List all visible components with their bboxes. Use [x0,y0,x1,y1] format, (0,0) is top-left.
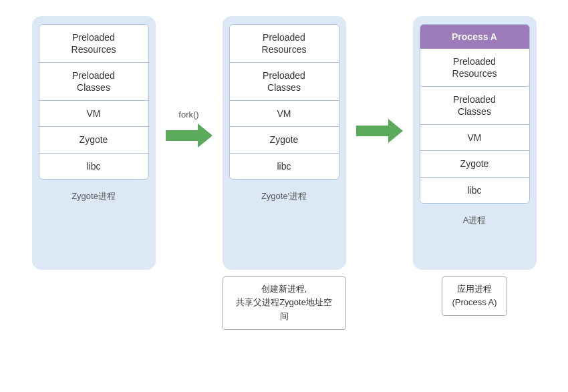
zygote-preloaded-resources: PreloadedResources [39,25,148,63]
process-a-preloaded-classes: PreloadedClasses [420,87,529,125]
zygote-vm: VM [39,101,148,127]
zygote-fork-vm: VM [230,101,339,127]
zygote-fork-label: Zygote'进程 [261,190,307,202]
zygote-fork-preloaded-classes: PreloadedClasses [230,63,339,101]
zygote-process-box: PreloadedResources PreloadedClasses VM Z… [32,16,156,270]
process-a-preloaded-resources: PreloadedResources [420,49,529,87]
zygote-label: Zygote进程 [72,190,116,202]
note-app-box: 应用进程(Process A) [442,276,507,317]
top-row: PreloadedResources PreloadedClasses VM Z… [7,16,561,270]
process-a-header: Process A [420,25,529,49]
zygote-fork-process-box: PreloadedResources PreloadedClasses VM Z… [223,16,346,270]
process-a-stack: Process A PreloadedResources PreloadedCl… [420,24,530,204]
zygote-fork-preloaded-resources: PreloadedResources [230,25,339,63]
zygote-fork-libc: libc [230,154,339,179]
zygote-zygote: Zygote [39,127,148,153]
process-a-label: A进程 [463,214,486,226]
note-create-text: 创建新进程,共享父进程Zygote地址空间 [236,284,332,322]
fork-arrow [166,122,212,149]
process-a-box: Process A PreloadedResources PreloadedCl… [413,16,537,270]
fork-arrow-container: fork() [156,110,223,176]
fork-label: fork() [178,110,198,120]
zygote-fork-stack: PreloadedResources PreloadedClasses VM Z… [229,24,339,180]
note-create-area: 创建新进程,共享父进程Zygote地址空间 [223,276,346,330]
zygote-fork-zygote: Zygote [230,127,339,153]
diagram-container: PreloadedResources PreloadedClasses VM Z… [7,9,561,383]
bottom-row: 创建新进程,共享父进程Zygote地址空间 应用进程(Process A) [7,276,561,330]
process-a-zygote: Zygote [420,151,529,177]
note-create-box: 创建新进程,共享父进程Zygote地址空间 [223,276,346,330]
zygote-libc: libc [39,154,148,179]
note-app-area: 应用进程(Process A) [413,276,537,317]
result-arrow [356,118,403,144]
process-a-vm: VM [420,125,529,151]
note-app-text: 应用进程(Process A) [452,284,496,308]
result-arrow-container [346,115,413,171]
zygote-preloaded-classes: PreloadedClasses [39,63,148,101]
process-a-libc: libc [420,178,529,203]
zygote-stack: PreloadedResources PreloadedClasses VM Z… [39,24,149,180]
